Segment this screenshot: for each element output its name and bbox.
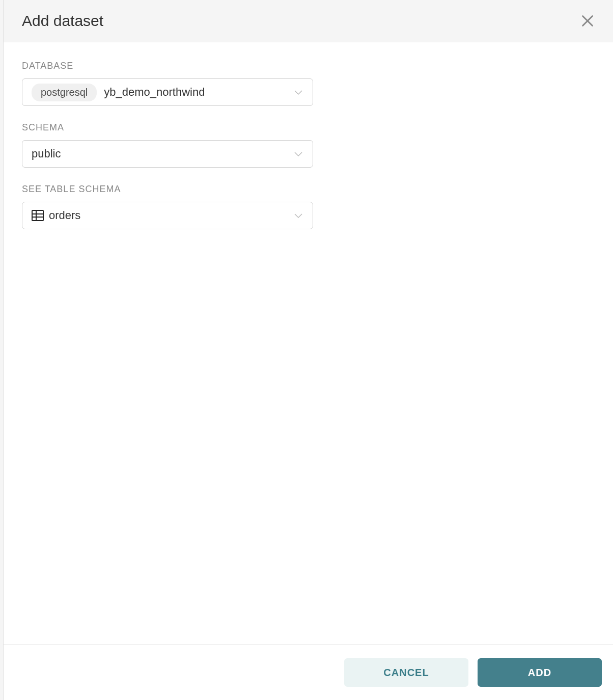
svg-rect-2 [32,210,43,221]
dialog-body: DATABASE postgresql yb_demo_northwind SC… [4,42,613,644]
add-button[interactable]: ADD [478,658,602,687]
chevron-down-icon [293,149,303,159]
table-value: orders [49,209,293,222]
close-icon[interactable] [580,14,595,28]
database-value: yb_demo_northwind [104,86,293,99]
table-label: SEE TABLE SCHEMA [22,184,595,195]
dialog-title: Add dataset [22,12,103,30]
add-dataset-dialog: Add dataset DATABASE postgresql yb_demo_… [3,0,613,700]
schema-select[interactable]: public [22,140,313,168]
database-select[interactable]: postgresql yb_demo_northwind [22,78,313,106]
cancel-button[interactable]: CANCEL [344,658,468,687]
database-label: DATABASE [22,61,595,71]
table-icon [32,209,44,222]
database-field-group: DATABASE postgresql yb_demo_northwind [22,61,595,106]
chevron-down-icon [293,87,303,97]
chevron-down-icon [293,210,303,221]
table-select[interactable]: orders [22,202,313,229]
dialog-footer: CANCEL ADD [4,644,613,700]
schema-label: SCHEMA [22,122,595,133]
schema-field-group: SCHEMA public [22,122,595,168]
schema-value: public [32,147,293,160]
database-type-badge: postgresql [32,84,97,101]
table-field-group: SEE TABLE SCHEMA orders [22,184,595,229]
dialog-header: Add dataset [4,0,613,42]
